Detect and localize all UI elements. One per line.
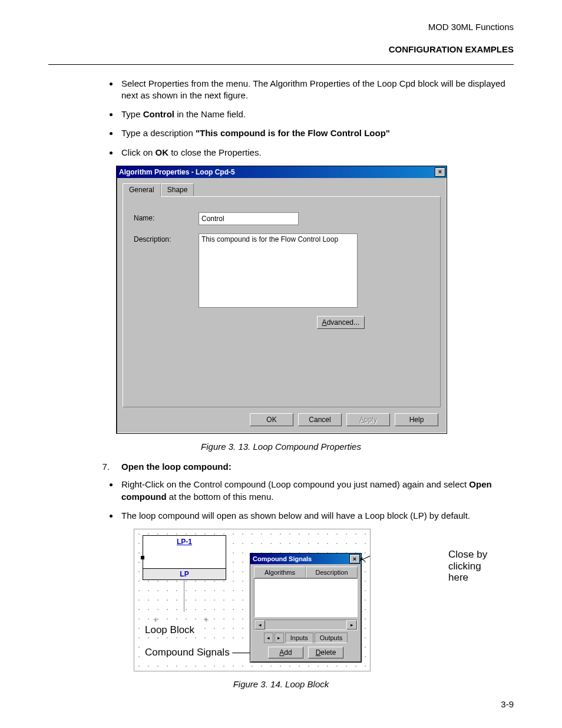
step-7-number: 7. bbox=[95, 461, 110, 473]
palette-title: Compound Signals bbox=[253, 555, 312, 564]
running-header-2: CONFIGURATION EXAMPLES bbox=[48, 44, 514, 55]
instruction-bullets-top: Select Properties from the menu. The Alg… bbox=[119, 78, 514, 159]
txt: in the Name field. bbox=[174, 109, 246, 119]
txt: Click on bbox=[121, 147, 156, 157]
txt: Type a description bbox=[121, 128, 196, 138]
scroll-right-icon[interactable]: ▸ bbox=[346, 620, 357, 630]
lp-block-title: LP-1 bbox=[177, 538, 192, 546]
algorithm-properties-dialog: Algorithm Properties - Loop Cpd-5 × Gene… bbox=[116, 166, 447, 434]
palette-column-headers: Algorithms Description bbox=[254, 566, 358, 578]
compound-signals-palette[interactable]: Compound Signals × Algorithms Descriptio… bbox=[250, 553, 362, 663]
description-label: Description: bbox=[134, 233, 199, 244]
page-number: 3-9 bbox=[501, 699, 514, 710]
header-rule bbox=[48, 64, 514, 65]
grid-plus-icon: + bbox=[204, 614, 209, 625]
figure-3-13-caption: Figure 3. 13. Loop Compound Properties bbox=[48, 441, 514, 453]
ok-button[interactable]: OK bbox=[250, 413, 293, 426]
running-header-1: MOD 30ML Functions bbox=[48, 21, 514, 33]
palette-list[interactable] bbox=[254, 578, 358, 617]
txt-bold: Control bbox=[143, 109, 174, 119]
add-button[interactable]: Add bbox=[268, 647, 303, 658]
tab-inputs[interactable]: Inputs bbox=[285, 633, 313, 643]
help-button[interactable]: Help bbox=[395, 413, 438, 426]
bullet-open-compound: Right-Click on the Control compound (Loo… bbox=[119, 479, 514, 503]
lp-block-footer: LP bbox=[143, 568, 226, 579]
palette-tabs: ◂ ▸ Inputs Outputs bbox=[254, 633, 358, 643]
apply-button[interactable]: Apply bbox=[346, 413, 390, 426]
name-field[interactable] bbox=[199, 212, 299, 225]
txt-bold: OK bbox=[156, 147, 169, 157]
txt: clicking bbox=[448, 561, 519, 572]
step-7: 7. Open the loop compound: bbox=[95, 461, 514, 473]
bullet-type-description: Type a description "This compound is for… bbox=[119, 127, 514, 139]
callout-close-here: Close by clicking here bbox=[448, 549, 519, 584]
step-7-title: Open the loop compound: bbox=[121, 461, 232, 473]
dialog-footer: OK Cancel Apply Help bbox=[117, 407, 447, 433]
advanced-button[interactable]: Advanced... bbox=[317, 316, 365, 329]
txt: to close the Properties. bbox=[168, 147, 262, 157]
dialog-titlebar: Algorithm Properties - Loop Cpd-5 × bbox=[117, 166, 447, 178]
tab-nav-right-icon[interactable]: ▸ bbox=[275, 633, 284, 643]
dialog-title: Algorithm Properties - Loop Cpd-5 bbox=[119, 167, 235, 177]
name-label: Name: bbox=[134, 212, 199, 223]
dialog-tabrow: General Shape bbox=[123, 183, 441, 196]
bullet-click-ok: Click on OK to close the Properties. bbox=[119, 147, 514, 159]
annotation-loop-block: Loop Block bbox=[143, 624, 197, 637]
tab-shape[interactable]: Shape bbox=[161, 183, 194, 197]
close-icon[interactable]: × bbox=[435, 167, 445, 177]
figure-3-14-caption: Figure 3. 14. Loop Block bbox=[48, 678, 514, 690]
tab-general[interactable]: General bbox=[123, 183, 161, 197]
bullet-loop-compound-open: The loop compound will open as shown bel… bbox=[119, 510, 514, 522]
loop-editor-canvas: LP-1 LP + + Loop Block Compound Signals … bbox=[134, 529, 371, 671]
delete-button[interactable]: Delete bbox=[308, 647, 343, 658]
txt: Close by bbox=[448, 549, 519, 561]
txt: at the bottom of this menu. bbox=[167, 492, 274, 502]
cancel-button[interactable]: Cancel bbox=[298, 413, 342, 426]
lp-block[interactable]: LP-1 LP bbox=[143, 535, 226, 580]
txt: here bbox=[448, 572, 519, 584]
connector-line bbox=[184, 579, 184, 612]
txt-bold: "This compound is for the Flow Control L… bbox=[196, 128, 390, 138]
annotation-compound-signals: Compound Signals —— bbox=[143, 646, 254, 660]
col-algorithms[interactable]: Algorithms bbox=[254, 566, 306, 578]
txt: Type bbox=[121, 109, 143, 119]
col-description[interactable]: Description bbox=[306, 566, 358, 578]
tab-panel-general: Name: Description: This compound is for … bbox=[123, 196, 441, 407]
step-7-bullets: Right-Click on the Control compound (Loo… bbox=[119, 479, 514, 522]
bullet-type-control: Type Control in the Name field. bbox=[119, 108, 514, 120]
tab-nav-left-icon[interactable]: ◂ bbox=[264, 633, 273, 643]
tab-outputs[interactable]: Outputs bbox=[315, 633, 348, 643]
palette-titlebar: Compound Signals × bbox=[250, 554, 361, 564]
bullet-select-properties: Select Properties from the menu. The Alg… bbox=[119, 78, 514, 102]
block-port-left[interactable] bbox=[141, 556, 144, 559]
txt: Compound Signals —— bbox=[145, 647, 252, 658]
description-field[interactable]: This compound is for the Flow Control Lo… bbox=[199, 233, 358, 308]
scroll-left-icon[interactable]: ◂ bbox=[254, 620, 265, 630]
palette-hscrollbar[interactable]: ◂ ▸ bbox=[254, 620, 358, 630]
txt: Right-Click on the Control compound (Loo… bbox=[121, 479, 469, 489]
